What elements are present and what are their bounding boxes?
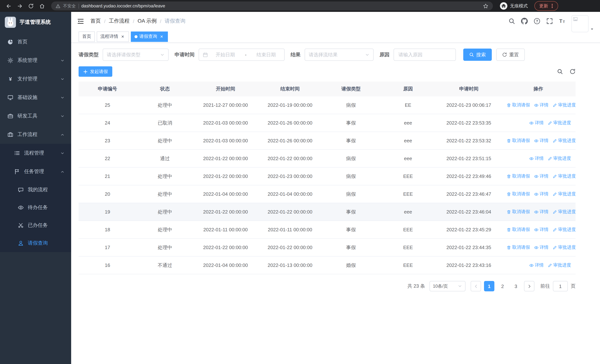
sidebar-logo[interactable]: 芋道管理系统 bbox=[0, 12, 71, 33]
address-bar[interactable]: 不安全 dashboard.yudao.iocoder.cn/bpm/oa/le… bbox=[51, 1, 493, 10]
create-leave-button[interactable]: 发起请假 bbox=[79, 66, 112, 77]
cancel-action-link[interactable]: 取消请假 bbox=[506, 138, 530, 144]
sidebar-menu: 首页系统管理¥支付管理基础设施研发工具工作流程流程管理任务管理我的流程待办任务已… bbox=[0, 33, 71, 364]
cancel-action-link[interactable]: 取消请假 bbox=[506, 191, 530, 197]
browser-back-button[interactable] bbox=[4, 1, 13, 11]
sidebar-collapse-icon[interactable] bbox=[77, 18, 84, 25]
tab-label: 请假查询 bbox=[139, 33, 157, 40]
prev-page-button[interactable] bbox=[471, 281, 481, 291]
reason-input[interactable] bbox=[398, 52, 452, 58]
browser-reload-button[interactable] bbox=[26, 1, 36, 11]
progress-action-link[interactable]: 审批进度 bbox=[553, 209, 576, 215]
eye-icon bbox=[529, 156, 534, 161]
help-icon[interactable]: ? bbox=[534, 18, 540, 24]
browser-update-menu[interactable]: 更新 bbox=[534, 1, 558, 11]
search-button[interactable]: 搜索 bbox=[463, 48, 492, 61]
sidebar-item-system[interactable]: 系统管理 bbox=[0, 51, 71, 70]
browser-home-button[interactable] bbox=[37, 1, 47, 11]
detail-action-link[interactable]: 详情 bbox=[534, 191, 548, 197]
sidebar-item-todo[interactable]: 待办任务 bbox=[0, 199, 71, 216]
detail-action-link[interactable]: 详情 bbox=[534, 226, 548, 233]
result-select[interactable]: 请选择流结果 bbox=[305, 48, 374, 61]
toggle-search-icon[interactable] bbox=[557, 69, 563, 75]
detail-action-link[interactable]: 详情 bbox=[534, 173, 548, 179]
github-icon[interactable] bbox=[521, 18, 528, 24]
cancel-action-link[interactable]: 取消请假 bbox=[506, 173, 530, 179]
progress-action-link[interactable]: 审批进度 bbox=[548, 120, 571, 126]
action-label: 取消请假 bbox=[512, 244, 530, 251]
detail-action-link[interactable]: 详情 bbox=[534, 244, 548, 251]
sidebar-item-infra[interactable]: 基础设施 bbox=[0, 88, 71, 107]
sidebar-item-task[interactable]: 任务管理 bbox=[0, 162, 71, 181]
page-number-2[interactable]: 2 bbox=[497, 281, 508, 291]
reset-button[interactable]: 重置 bbox=[496, 48, 525, 61]
cell-id: 18 bbox=[79, 221, 136, 239]
sidebar-item-devtools[interactable]: 研发工具 bbox=[0, 107, 71, 125]
tab-请假查询[interactable]: 请假查询× bbox=[131, 31, 168, 42]
update-label[interactable]: 更新 bbox=[539, 3, 548, 9]
progress-action-link[interactable]: 审批进度 bbox=[553, 173, 576, 179]
breadcrumb-item[interactable]: OA 示例 bbox=[138, 18, 157, 24]
header-search-icon[interactable] bbox=[508, 18, 515, 24]
sidebar-item-done[interactable]: 已办任务 bbox=[0, 216, 71, 234]
detail-action-link[interactable]: 详情 bbox=[534, 209, 548, 215]
apply-time-range-picker[interactable]: 开始日期 - 结束日期 bbox=[199, 48, 285, 61]
detail-action-link[interactable]: 详情 bbox=[534, 102, 548, 108]
calendar-icon bbox=[203, 52, 208, 57]
detail-action-link[interactable]: 详情 bbox=[529, 262, 544, 268]
detail-action-link[interactable]: 详情 bbox=[529, 155, 544, 162]
font-size-icon[interactable]: TT bbox=[559, 18, 565, 24]
start-date-placeholder[interactable]: 开始日期 bbox=[211, 51, 240, 58]
sidebar-item-process[interactable]: 流程管理 bbox=[0, 144, 71, 162]
cancel-action-link[interactable]: 取消请假 bbox=[506, 209, 530, 215]
fullscreen-icon[interactable] bbox=[546, 18, 553, 24]
goto-page: 前往 页 bbox=[540, 281, 576, 291]
action-label: 审批进度 bbox=[558, 209, 576, 215]
table-toolbar: 发起请假 bbox=[79, 66, 576, 77]
sidebar-item-label: 已办任务 bbox=[28, 222, 48, 229]
tab-close-icon[interactable]: × bbox=[120, 34, 125, 39]
leave-type-select[interactable]: 请选择请假类型 bbox=[103, 48, 169, 61]
progress-action-link[interactable]: 审批进度 bbox=[548, 262, 571, 268]
app-frame: 芋道管理系统 首页系统管理¥支付管理基础设施研发工具工作流程流程管理任务管理我的… bbox=[0, 12, 600, 364]
tab-流程详情[interactable]: 流程详情× bbox=[97, 31, 129, 42]
security-warning-label[interactable]: 不安全 bbox=[63, 3, 76, 9]
sidebar-item-home[interactable]: 首页 bbox=[0, 33, 71, 51]
sidebar-item-payment[interactable]: ¥支付管理 bbox=[0, 70, 71, 88]
goto-page-input[interactable] bbox=[553, 281, 568, 291]
progress-action-link[interactable]: 审批进度 bbox=[553, 191, 576, 197]
page-number-3[interactable]: 3 bbox=[511, 281, 521, 291]
browser-forward-button[interactable] bbox=[15, 1, 24, 11]
cancel-action-link[interactable]: 取消请假 bbox=[506, 244, 530, 251]
detail-action-link[interactable]: 详情 bbox=[529, 120, 544, 126]
sidebar-item-leave[interactable]: 请假查询 bbox=[0, 234, 71, 252]
progress-action-link[interactable]: 审批进度 bbox=[548, 155, 571, 162]
page-number-1[interactable]: 1 bbox=[484, 281, 494, 291]
detail-action-link[interactable]: 详情 bbox=[534, 138, 548, 144]
sidebar-item-label: 流程管理 bbox=[24, 150, 44, 156]
progress-action-link[interactable]: 审批进度 bbox=[553, 138, 576, 144]
breadcrumb-item[interactable]: 工作流程 bbox=[109, 18, 130, 24]
url-text[interactable]: dashboard.yudao.iocoder.cn/bpm/oa/leave bbox=[81, 3, 480, 9]
tab-close-icon[interactable]: × bbox=[159, 34, 164, 39]
cancel-action-link[interactable]: 取消请假 bbox=[506, 226, 530, 233]
breadcrumb-item[interactable]: 首页 bbox=[90, 18, 101, 24]
user-menu[interactable] bbox=[572, 15, 594, 32]
browser-menu-dots-icon[interactable] bbox=[550, 3, 555, 9]
column-header: 操作 bbox=[501, 82, 576, 96]
leave-type-label: 请假类型 bbox=[79, 51, 99, 58]
bookmark-star-icon[interactable] bbox=[483, 3, 488, 9]
avatar[interactable] bbox=[572, 15, 589, 32]
sidebar-item-workflow[interactable]: 工作流程 bbox=[0, 125, 71, 144]
progress-action-link[interactable]: 审批进度 bbox=[553, 244, 576, 251]
next-page-button[interactable] bbox=[524, 281, 534, 291]
tab-首页[interactable]: 首页 bbox=[79, 31, 95, 42]
cell-operations: 取消请假详情审批进度 bbox=[501, 239, 576, 256]
progress-action-link[interactable]: 审批进度 bbox=[553, 102, 576, 108]
table-refresh-icon[interactable] bbox=[570, 69, 576, 75]
end-date-placeholder[interactable]: 结束日期 bbox=[252, 51, 281, 58]
progress-action-link[interactable]: 审批进度 bbox=[553, 226, 576, 233]
page-size-select[interactable]: 10条/页 bbox=[430, 281, 466, 291]
sidebar-item-my-process[interactable]: 我的流程 bbox=[0, 181, 71, 199]
cancel-action-link[interactable]: 取消请假 bbox=[506, 102, 530, 108]
